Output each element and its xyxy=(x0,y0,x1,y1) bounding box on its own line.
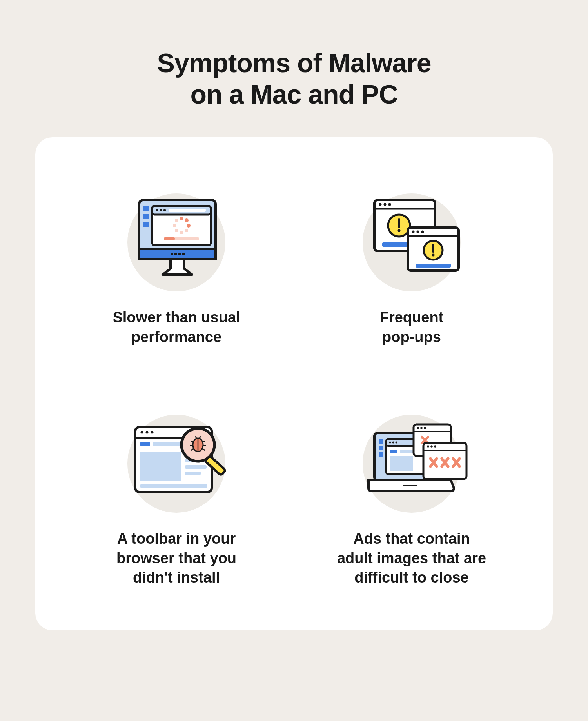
svg-rect-5 xyxy=(178,253,181,255)
symptom-slow-performance: Slower than usual performance xyxy=(67,184,286,347)
symptom-caption: Slower than usual performance xyxy=(113,308,240,347)
symptom-adult-ads: Ads that contain adult images that are d… xyxy=(302,406,521,587)
svg-point-20 xyxy=(180,231,183,234)
svg-point-87 xyxy=(417,427,419,429)
svg-point-21 xyxy=(175,229,178,232)
svg-point-43 xyxy=(432,254,435,257)
svg-rect-25 xyxy=(164,237,175,240)
svg-rect-74 xyxy=(379,439,383,444)
svg-point-18 xyxy=(187,224,191,228)
svg-point-13 xyxy=(160,209,162,211)
slow-computer-icon xyxy=(118,184,235,294)
svg-rect-57 xyxy=(185,472,201,475)
svg-point-49 xyxy=(146,431,149,434)
svg-rect-84 xyxy=(390,456,413,471)
svg-rect-53 xyxy=(140,452,181,481)
svg-rect-76 xyxy=(379,452,383,457)
svg-rect-7 xyxy=(143,206,149,211)
svg-point-94 xyxy=(427,445,429,448)
svg-rect-75 xyxy=(379,446,383,450)
svg-rect-6 xyxy=(182,253,185,255)
svg-point-16 xyxy=(180,217,183,220)
page-title: Symptoms of Malware on a Mac and PC xyxy=(157,47,431,110)
svg-point-80 xyxy=(392,442,394,444)
symptom-caption: Frequent pop-ups xyxy=(380,308,444,347)
svg-point-89 xyxy=(424,427,426,429)
svg-point-48 xyxy=(141,431,143,434)
svg-point-38 xyxy=(412,231,415,233)
title-line-1: Symptoms of Malware xyxy=(157,48,431,78)
svg-rect-51 xyxy=(140,442,150,446)
svg-rect-3 xyxy=(171,253,173,255)
symptoms-card: Slower than usual performance xyxy=(35,137,553,630)
svg-point-29 xyxy=(379,203,382,206)
svg-rect-2 xyxy=(139,249,216,259)
svg-rect-58 xyxy=(140,484,207,488)
svg-point-96 xyxy=(434,445,436,448)
svg-point-79 xyxy=(389,442,391,444)
svg-point-17 xyxy=(185,218,189,222)
symptom-unknown-toolbar: A toolbar in your browser that you didn'… xyxy=(67,406,286,587)
svg-point-34 xyxy=(398,229,401,232)
svg-point-50 xyxy=(151,431,154,434)
svg-rect-4 xyxy=(174,253,177,255)
svg-point-14 xyxy=(163,209,166,211)
svg-point-40 xyxy=(421,231,424,233)
svg-point-30 xyxy=(384,203,387,206)
svg-point-88 xyxy=(420,427,423,429)
svg-rect-9 xyxy=(143,222,149,227)
svg-line-68 xyxy=(196,436,196,439)
svg-point-19 xyxy=(185,229,188,232)
title-line-2: on a Mac and PC xyxy=(190,79,397,109)
svg-rect-82 xyxy=(390,450,397,453)
adult-ads-icon xyxy=(353,406,470,515)
symptom-caption: A toolbar in your browser that you didn'… xyxy=(116,529,236,587)
svg-point-31 xyxy=(388,203,391,206)
svg-point-39 xyxy=(417,231,419,233)
toolbar-bug-icon xyxy=(118,406,235,515)
svg-rect-8 xyxy=(143,214,149,219)
svg-rect-44 xyxy=(416,264,451,268)
svg-point-22 xyxy=(173,224,176,227)
symptom-caption: Ads that contain adult images that are d… xyxy=(337,529,486,587)
svg-rect-15 xyxy=(169,209,206,212)
svg-point-12 xyxy=(156,209,158,211)
svg-rect-56 xyxy=(185,465,207,469)
svg-point-95 xyxy=(430,445,433,448)
symptom-frequent-popups: Frequent pop-ups xyxy=(302,184,521,347)
svg-line-69 xyxy=(200,436,200,439)
svg-point-81 xyxy=(396,442,397,444)
svg-point-23 xyxy=(175,219,178,222)
popups-icon xyxy=(353,184,470,294)
